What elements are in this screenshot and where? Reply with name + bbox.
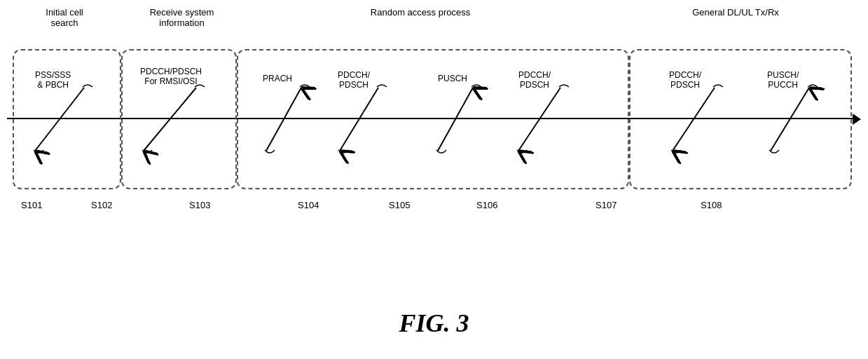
step-s102: S102 <box>91 200 112 210</box>
dashed-box-4 <box>629 49 852 189</box>
step-s107: S107 <box>595 200 616 210</box>
signal-label-2: PDCCH/PDSCHFor RMSI/OSI <box>140 67 202 86</box>
signal-label-3: PRACH <box>263 74 292 83</box>
dashed-box-3 <box>237 49 629 189</box>
step-s108: S108 <box>701 200 722 210</box>
step-labels: S101 S102 S103 S104 S105 S106 S107 S108 <box>7 200 861 221</box>
signal-label-5: PUSCH <box>438 74 467 83</box>
signal-label-1: PSS/SSS& PBCH <box>35 70 71 90</box>
fig-label: FIG. 3 <box>399 309 469 338</box>
phase-label-initial: Initial cellsearch <box>15 7 113 28</box>
timeline-arrowhead <box>853 114 861 125</box>
step-s101: S101 <box>21 200 42 210</box>
step-s106: S106 <box>476 200 497 210</box>
signal-label-4: PDCCH/PDSCH <box>338 70 370 90</box>
main-area: PSS/SSS& PBCH PDCCH/PDSCHFor RMSI/OSI PR… <box>7 42 861 196</box>
signal-label-7: PDCCH/PDSCH <box>669 70 701 90</box>
signal-label-8: PUSCH/PUCCH <box>767 70 799 90</box>
phase-labels: Initial cellsearch Receive systeminforma… <box>7 7 861 42</box>
phase-label-receive: Receive systeminformation <box>128 7 236 28</box>
step-s105: S105 <box>389 200 410 210</box>
step-s104: S104 <box>298 200 319 210</box>
signal-label-6: PDCCH/PDSCH <box>518 70 551 90</box>
phase-label-general: General DL/UL Tx/Rx <box>616 7 855 18</box>
phase-label-random: Random access process <box>266 7 574 18</box>
step-s103: S103 <box>189 200 210 210</box>
diagram-container: Initial cellsearch Receive systeminforma… <box>7 7 861 231</box>
